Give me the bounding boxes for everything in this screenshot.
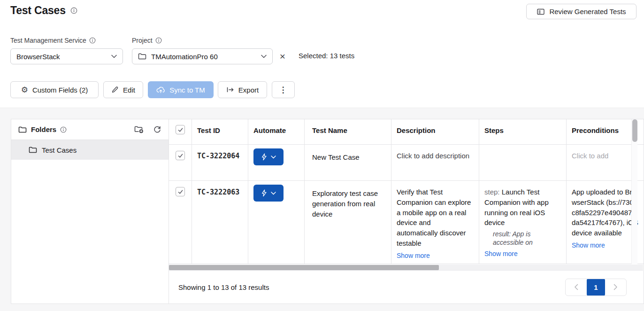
table-row: TC-3222063 Exploratory test case generat… bbox=[169, 181, 644, 264]
export-label: Export bbox=[238, 86, 259, 94]
sync-to-tm-label: Sync to TM bbox=[169, 86, 205, 94]
description-text: Verify that Test Companion can explore a… bbox=[397, 187, 474, 249]
export-button[interactable]: Export bbox=[218, 81, 267, 98]
review-tests-icon bbox=[537, 8, 545, 16]
test-id[interactable]: TC-3222064 bbox=[197, 152, 239, 160]
info-icon[interactable] bbox=[155, 37, 162, 44]
vertical-scrollbar-thumb[interactable] bbox=[632, 119, 637, 142]
step-text: step: Launch Test Companion with app run… bbox=[484, 187, 561, 228]
sidebar-item-test-cases[interactable]: Test Cases bbox=[11, 140, 169, 160]
test-name-cell[interactable]: Exploratory test case generation from re… bbox=[304, 181, 391, 264]
sidebar-item-label: Test Cases bbox=[42, 146, 77, 154]
page-title: Test Cases bbox=[10, 4, 77, 17]
chevron-down-icon bbox=[271, 192, 276, 195]
edit-button[interactable]: Edit bbox=[103, 81, 143, 98]
gear-icon: ⚙ bbox=[21, 86, 28, 94]
lightning-icon bbox=[261, 153, 267, 161]
project-select-value: TMAutomationPro 60 bbox=[151, 53, 218, 61]
cloud-upload-icon bbox=[156, 86, 165, 93]
folder-icon bbox=[29, 146, 37, 154]
info-icon[interactable] bbox=[70, 7, 77, 14]
clear-project-button[interactable]: × bbox=[276, 49, 289, 62]
steps-cell[interactable] bbox=[479, 145, 566, 180]
review-generated-tests-button[interactable]: Review Generated Tests bbox=[526, 4, 636, 19]
table-header-row: Test ID Automate Test Name Description S… bbox=[169, 119, 644, 145]
project-label: Project bbox=[132, 37, 162, 44]
automate-button[interactable] bbox=[253, 185, 284, 202]
vertical-scrollbar bbox=[631, 119, 637, 264]
project-select[interactable]: TMAutomationPro 60 bbox=[132, 48, 273, 64]
chevron-down-icon bbox=[111, 54, 117, 58]
description-cell[interactable]: Verify that Test Companion can explore a… bbox=[391, 181, 479, 264]
export-icon bbox=[226, 86, 234, 93]
table-footer: Showing 1 to 13 of 13 results 1 bbox=[169, 271, 644, 303]
more-actions-button[interactable]: ⋮ bbox=[272, 81, 295, 98]
folders-title: Folders bbox=[31, 125, 56, 133]
previous-page-button[interactable] bbox=[566, 279, 587, 295]
show-more-link[interactable]: Show more bbox=[397, 251, 430, 260]
sync-to-tm-button[interactable]: Sync to TM bbox=[148, 81, 214, 98]
step-result-text: result: App is accessible on bbox=[484, 230, 561, 247]
tms-label: Test Management Service bbox=[10, 37, 96, 44]
folders-header: Folders bbox=[11, 119, 169, 140]
steps-cell[interactable]: step: Launch Test Companion with app run… bbox=[479, 181, 566, 264]
results-summary: Showing 1 to 13 of 13 results bbox=[178, 283, 269, 291]
edit-label: Edit bbox=[123, 86, 135, 94]
horizontal-scrollbar-thumb[interactable] bbox=[169, 265, 439, 270]
test-cases-table: Test ID Automate Test Name Description S… bbox=[169, 119, 644, 304]
horizontal-scrollbar bbox=[169, 264, 643, 271]
info-icon[interactable] bbox=[60, 126, 67, 133]
show-more-link[interactable]: Show more bbox=[572, 241, 605, 250]
selected-tests-count: Selected: 13 tests bbox=[299, 52, 354, 60]
app-root: Test Cases Review Generated Tests Test M… bbox=[0, 0, 644, 311]
pagination: 1 bbox=[565, 279, 627, 296]
tms-select[interactable]: BrowserStack bbox=[10, 48, 123, 64]
column-header-steps: Steps bbox=[479, 119, 566, 144]
test-name-cell[interactable]: New Test Case bbox=[304, 145, 391, 180]
page-title-text: Test Cases bbox=[10, 4, 66, 17]
test-id[interactable]: TC-3222063 bbox=[197, 188, 239, 196]
row-checkbox[interactable] bbox=[176, 187, 185, 196]
custom-fields-button[interactable]: ⚙ Custom Fields (2) bbox=[10, 81, 99, 98]
next-page-button[interactable] bbox=[605, 279, 626, 295]
lightning-icon bbox=[261, 189, 267, 197]
folder-icon bbox=[138, 53, 146, 60]
show-more-link[interactable]: Show more bbox=[484, 249, 518, 258]
column-header-automate: Automate bbox=[248, 119, 304, 144]
row-checkbox[interactable] bbox=[176, 151, 185, 160]
review-generated-tests-label: Review Generated Tests bbox=[549, 8, 626, 16]
folder-icon bbox=[18, 126, 27, 133]
refresh-icon[interactable] bbox=[153, 125, 161, 134]
column-header-test-name: Test Name bbox=[304, 119, 391, 144]
select-all-checkbox[interactable] bbox=[176, 125, 185, 134]
custom-fields-label: Custom Fields (2) bbox=[32, 86, 88, 94]
tms-select-value: BrowserStack bbox=[16, 53, 60, 61]
chevron-down-icon bbox=[261, 54, 267, 58]
automate-button[interactable] bbox=[253, 148, 284, 165]
folders-sidebar: Folders Test Cases bbox=[11, 119, 169, 304]
chevron-down-icon bbox=[271, 156, 276, 159]
description-cell[interactable]: Click to add description bbox=[391, 145, 479, 180]
column-header-description: Description bbox=[391, 119, 479, 144]
add-folder-icon[interactable] bbox=[134, 125, 144, 134]
pencil-icon bbox=[111, 86, 119, 93]
kebab-icon: ⋮ bbox=[279, 85, 288, 95]
info-icon[interactable] bbox=[89, 37, 96, 44]
preconditions-text: App uploaded to BrowserStack (bs://7301c… bbox=[572, 187, 638, 238]
page-number-button[interactable]: 1 bbox=[587, 279, 605, 296]
close-icon: × bbox=[280, 51, 285, 61]
table-row: TC-3222064 New Test Case Click to add de… bbox=[169, 145, 644, 181]
column-header-test-id: Test ID bbox=[192, 119, 248, 144]
